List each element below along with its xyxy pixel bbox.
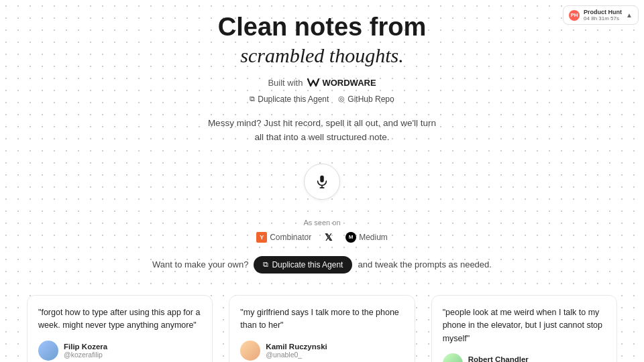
ph-title: Product Hunt <box>584 9 622 15</box>
built-with-row: Built with WORDWARE <box>268 78 376 88</box>
wordware-name: WORDWARE <box>322 78 376 88</box>
author-info-3: Robert Chandler @bette_ai <box>468 355 529 362</box>
ph-logo-icon: PH <box>569 10 580 21</box>
duplicate-agent-link[interactable]: ⧉ Duplicate this Agent <box>250 95 329 104</box>
medium-logo: M Medium <box>345 232 388 243</box>
ph-timer: 04 8h 31m 57s <box>584 15 622 21</box>
duplicate-cta-label: Duplicate this Agent <box>272 260 343 269</box>
github-repo-link[interactable]: ◎ GitHub Repo <box>338 95 394 104</box>
as-seen-logos: Y Combinator 𝕏 M Medium <box>256 232 388 243</box>
github-repo-label: GitHub Repo <box>347 95 394 104</box>
medium-label: Medium <box>359 233 388 242</box>
x-icon: 𝕏 <box>325 232 332 243</box>
main-content: Clean notes from scrambled thoughts. Bui… <box>0 0 644 362</box>
testimonial-quote-2: "my girlfriend says I talk more to the p… <box>240 306 403 333</box>
author-name-1: Filip Kozera <box>64 343 107 351</box>
ycombinator-icon: Y <box>256 232 267 243</box>
duplicate-icon: ⧉ <box>250 95 255 103</box>
ph-logo-text: PH <box>571 12 578 18</box>
product-hunt-banner[interactable]: PH Product Hunt 04 8h 31m 57s ▲ <box>563 5 639 25</box>
description: Messy mind? Just hit record, spell it al… <box>208 116 436 145</box>
testimonial-author-3: Robert Chandler @bette_ai <box>443 353 606 362</box>
author-name-2: Kamil Ruczynski <box>266 343 327 351</box>
duplicate-agent-label: Duplicate this Agent <box>258 95 329 104</box>
duplicate-cta-icon: ⧉ <box>263 260 268 269</box>
x-logo: 𝕏 <box>325 232 332 243</box>
ph-text-container: Product Hunt 04 8h 31m 57s <box>584 9 622 21</box>
mic-icon <box>315 174 329 189</box>
author-info-2: Kamil Ruczynski @unable0_ <box>266 343 327 359</box>
mic-button[interactable] <box>304 164 340 200</box>
as-seen-on-section: As seen on Y Combinator 𝕏 M Medium <box>256 219 388 243</box>
author-avatar-2 <box>240 341 260 361</box>
mic-container <box>304 164 340 200</box>
hero-subtitle: scrambled thoughts. <box>240 44 403 67</box>
svg-rect-0 <box>320 176 324 182</box>
author-name-3: Robert Chandler <box>468 355 529 362</box>
author-handle-1: @kozerafilip <box>64 351 107 359</box>
testimonial-card-3: "people look at me weird when I talk to … <box>431 295 617 362</box>
ph-arrow-icon: ▲ <box>626 11 633 19</box>
testimonial-author-2: Kamil Ruczynski @unable0_ <box>240 341 403 361</box>
author-handle-2: @unable0_ <box>266 351 327 359</box>
description-line1: Messy mind? Just hit record, spell it al… <box>208 118 436 128</box>
description-line2: all that into a well structured note. <box>254 132 389 142</box>
links-row: ⧉ Duplicate this Agent ◎ GitHub Repo <box>250 95 394 104</box>
author-avatar-1 <box>38 341 58 361</box>
author-info-1: Filip Kozera @kozerafilip <box>64 343 107 359</box>
wordware-logo[interactable]: WORDWARE <box>307 78 376 88</box>
hero-title: Clean notes from <box>218 13 426 42</box>
ycombinator-label: Combinator <box>270 233 311 242</box>
testimonial-card-1: "forgot how to type after using this app… <box>27 295 213 362</box>
duplicate-cta-button[interactable]: ⧉ Duplicate this Agent <box>254 256 352 274</box>
testimonial-quote-3: "people look at me weird when I talk to … <box>443 306 606 345</box>
github-icon: ◎ <box>338 95 345 103</box>
cta-row: Want to make your own? ⧉ Duplicate this … <box>152 256 492 274</box>
cta-prefix: Want to make your own? <box>152 259 248 269</box>
medium-icon: M <box>345 232 356 243</box>
ycombinator-logo: Y Combinator <box>256 232 311 243</box>
as-seen-label: As seen on <box>303 219 340 227</box>
testimonial-quote-1: "forgot how to type after using this app… <box>38 306 201 333</box>
cta-suffix: and tweak the prompts as needed. <box>358 259 491 269</box>
testimonial-author-1: Filip Kozera @kozerafilip <box>38 341 201 361</box>
built-with-prefix: Built with <box>268 78 303 88</box>
wordware-icon <box>307 78 320 87</box>
testimonial-card-2: "my girlfriend says I talk more to the p… <box>229 295 415 362</box>
testimonials-section: "forgot how to type after using this app… <box>0 295 644 362</box>
author-avatar-3 <box>443 353 463 362</box>
